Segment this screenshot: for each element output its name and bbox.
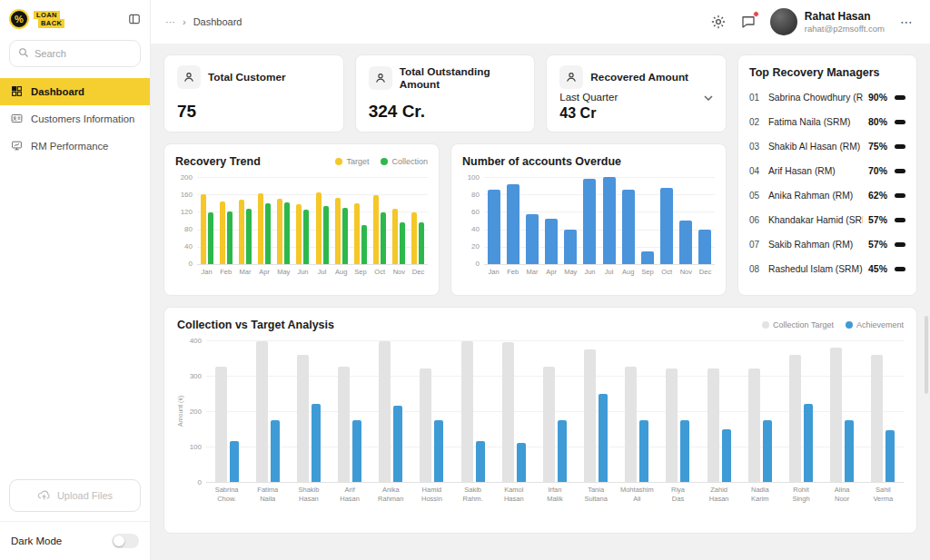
manager-percentage: 70% (868, 165, 887, 176)
legend-label: Collection Target (773, 320, 834, 329)
sidebar-collapse-icon[interactable] (128, 13, 141, 25)
dark-mode-toggle[interactable] (112, 534, 139, 548)
bar-achievement (722, 429, 731, 483)
manager-percentage: 75% (868, 141, 887, 152)
bar-overdue-accounts (526, 214, 539, 264)
x-tick-label: TaniaSultana (576, 486, 617, 504)
sidebar-item-dashboard[interactable]: Dashboard (0, 78, 150, 105)
x-tick-label: Oct (371, 268, 390, 277)
legend-dot-achievement (846, 321, 853, 329)
bar-overdue-accounts (698, 230, 711, 264)
row-indicator[interactable] (895, 95, 905, 100)
quarter-dropdown[interactable]: Last Quarter (559, 92, 713, 103)
breadcrumb-current[interactable]: Dashboard (193, 16, 242, 27)
bar-collection (303, 210, 309, 264)
x-tick-label: SakibRahm. (452, 486, 493, 504)
bar-collection (400, 222, 405, 264)
x-tick-label: HamidHossin (411, 486, 452, 504)
collection-vs-target-card: Collection vs Target Analysis Collection… (163, 307, 917, 534)
manager-row: 04Arif Hasan (RM)70% (749, 165, 905, 176)
manager-name: Khandakar Hamid (SRM) (768, 215, 863, 225)
x-tick-label: Jun (293, 268, 312, 277)
bar-target (354, 203, 360, 264)
sidebar-header: % LOAN BACK (0, 0, 150, 34)
manager-name: Rashedul Islam (SRM) (768, 264, 863, 274)
legend-dot-collection-target (762, 321, 769, 329)
manager-percentage: 80% (868, 116, 887, 127)
bar-collection (246, 209, 252, 264)
bar-group (206, 340, 247, 482)
bar-target (220, 201, 225, 264)
x-axis: JanFebMarAprMayJunJulAugSepOctNovDec (197, 268, 428, 277)
search-icon (18, 45, 29, 62)
bar-group (503, 177, 522, 264)
settings-gear-icon[interactable] (710, 14, 727, 30)
managers-list: 01Sabrina Chowdhury (RM)90%02Fatima Nail… (749, 92, 905, 274)
legend-label: Collection (391, 157, 428, 166)
search-box[interactable] (9, 40, 141, 67)
bar-achievement (680, 420, 689, 482)
sidebar-item-customers-information[interactable]: Customers Information (0, 105, 150, 133)
row-indicator[interactable] (895, 120, 905, 124)
bar-target (201, 194, 206, 264)
row-indicator[interactable] (895, 267, 905, 271)
chart-title: Number of accounts Overdue (462, 155, 621, 168)
x-tick-label: Jul (599, 268, 618, 277)
manager-row: 08Rashedul Islam (SRM)45% (749, 263, 905, 274)
chevron-down-icon (704, 92, 713, 103)
messages-icon[interactable] (740, 14, 757, 30)
user-profile[interactable]: Rahat Hasan rahat@p2msofft.com (770, 8, 885, 35)
bar-achievement (230, 441, 239, 482)
bar-group (247, 340, 288, 482)
manager-row: 06Khandakar Hamid (SRM)57% (749, 214, 905, 225)
sidebar-item-rm-performance[interactable]: RM Performance (0, 133, 150, 160)
manager-rank: 03 (749, 142, 763, 152)
bar-group (617, 340, 658, 482)
bar-groups (484, 177, 715, 264)
bar-group (780, 340, 821, 482)
manager-rank: 04 (749, 166, 763, 176)
outstanding-icon (369, 66, 392, 90)
managers-title: Top Recovery Managers (749, 66, 905, 79)
quarter-dropdown-value: Last Quarter (559, 92, 618, 103)
bar-group (331, 177, 351, 264)
collection-vs-target-chart: Amount (k) 4003002001000 SabrinaChow.Fat… (177, 340, 904, 504)
breadcrumb-collapsed[interactable]: ··· (165, 16, 175, 27)
bar-group (330, 340, 371, 482)
bar-achievement (804, 404, 813, 482)
manager-percentage: 90% (868, 92, 887, 103)
bar-overdue-accounts (641, 251, 654, 264)
x-tick-label: NadiaKarim (739, 486, 780, 504)
bar-collection-target (748, 368, 760, 482)
x-tick-label: May (561, 268, 580, 277)
search-input[interactable] (35, 48, 132, 59)
row-indicator[interactable] (895, 218, 905, 222)
row-indicator[interactable] (895, 144, 905, 149)
row-indicator[interactable] (895, 242, 905, 247)
bar-group (351, 177, 370, 264)
row-indicator[interactable] (895, 169, 905, 173)
bar-achievement (271, 420, 280, 482)
bar-group (216, 177, 235, 264)
sidebar: % LOAN BACK Dashboard (0, 0, 151, 560)
x-tick-label: MohtashimAli (617, 486, 658, 504)
bar-collection-target (625, 367, 637, 482)
x-tick-label: Feb (503, 268, 522, 277)
bar-group (411, 340, 452, 482)
bar-target (411, 212, 417, 264)
row-indicator[interactable] (895, 193, 905, 198)
x-tick-label: Jul (312, 268, 331, 277)
user-email: rahat@p2msofft.com (805, 24, 885, 34)
bar-group (390, 177, 409, 264)
more-options-icon[interactable]: ⋯ (900, 15, 914, 29)
legend-dot-target (335, 158, 342, 165)
scrollbar[interactable] (925, 316, 928, 394)
x-tick-label: Jan (197, 268, 216, 277)
dark-mode-label: Dark Mode (11, 535, 62, 546)
percent-logo-icon: % (9, 9, 29, 29)
manager-row: 07Sakib Rahman (RM)57% (749, 239, 905, 250)
bar-achievement (558, 420, 567, 482)
bar-group (658, 177, 677, 264)
main-area: ··· › Dashboard Rahat Hasan rahat@p2msof… (151, 0, 930, 560)
upload-files-button[interactable]: Upload Files (9, 479, 141, 512)
